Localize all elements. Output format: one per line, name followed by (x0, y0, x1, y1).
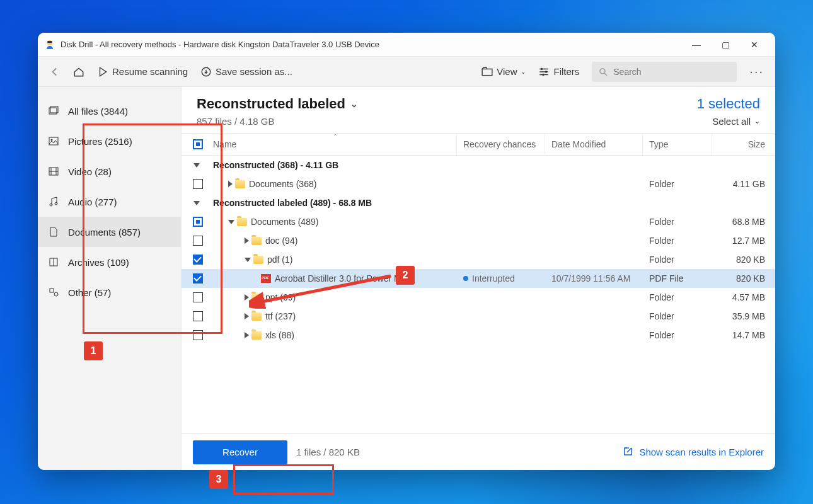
view-title-dropdown[interactable]: Reconstructed labeled⌄ (197, 96, 697, 112)
close-button[interactable]: ✕ (740, 35, 769, 54)
group-label: Reconstructed (368) - 4.11 GB (213, 160, 338, 170)
file-size: 820 KB (712, 250, 775, 269)
file-type: Folder (643, 288, 712, 307)
svg-point-5 (545, 71, 547, 72)
image-icon (48, 135, 59, 147)
file-name: pdf (1) (267, 255, 292, 265)
file-size: 68.8 MB (712, 212, 775, 231)
external-link-icon (623, 445, 634, 459)
view-label: View (497, 66, 517, 77)
expand-icon[interactable] (245, 258, 251, 262)
expand-icon[interactable] (228, 220, 234, 224)
save-session-button[interactable]: Save session as... (200, 66, 292, 77)
music-icon (48, 196, 59, 207)
filters-button[interactable]: Filters (538, 66, 579, 77)
shapes-icon (48, 287, 59, 298)
view-title: Reconstructed labeled (197, 96, 345, 112)
column-date[interactable]: Date Modified (545, 134, 643, 155)
toolbar: Resume scanning Save session as... View … (38, 57, 775, 87)
table-row[interactable]: ttf (237) Folder 35.9 MB (182, 307, 775, 326)
table-row[interactable]: xls (88) Folder 14.7 MB (182, 326, 775, 345)
view-dropdown[interactable]: View ⌄ (481, 66, 526, 77)
svg-point-7 (600, 69, 605, 74)
file-size: 4.11 GB (712, 175, 775, 193)
sort-indicator-icon: ⌃ (333, 133, 338, 140)
table-row[interactable]: Documents (489) Folder 68.8 MB (182, 212, 775, 231)
sidebar-item-all-files[interactable]: All files (3844) (38, 96, 181, 126)
svg-rect-3 (482, 69, 492, 75)
back-icon[interactable] (49, 66, 61, 77)
annotation-box-1 (83, 123, 222, 334)
svg-point-17 (54, 292, 58, 296)
window-controls: — ▢ ✕ (682, 35, 769, 54)
expand-icon[interactable] (245, 332, 249, 338)
svg-rect-16 (50, 289, 54, 292)
main-header: Reconstructed labeled⌄ 857 files / 4.18 … (182, 87, 775, 133)
search-icon (598, 66, 608, 77)
file-type: PDF File (643, 269, 712, 288)
svg-point-6 (543, 73, 545, 75)
show-in-explorer-link[interactable]: Show scan results in Explorer (623, 445, 764, 459)
table-row[interactable]: doc (94) Folder 12.7 MB (182, 231, 775, 250)
group-row[interactable]: Reconstructed (368) - 4.11 GB (182, 156, 775, 175)
folder-icon (253, 256, 263, 264)
file-size: 820 KB (712, 269, 775, 288)
titlebar: Disk Drill - All recovery methods - Hard… (38, 33, 775, 57)
minimize-button[interactable]: — (682, 35, 711, 54)
table-row[interactable]: pdf (1) Folder 820 KB (182, 250, 775, 269)
home-icon[interactable] (73, 66, 84, 77)
chevron-down-icon: ⌄ (521, 68, 526, 75)
file-size: 14.7 MB (712, 326, 775, 345)
select-all-dropdown[interactable]: Select all⌄ (697, 116, 760, 127)
archive-icon (48, 256, 59, 268)
footer-selection-info: 1 files / 820 KB (296, 447, 360, 457)
table-row[interactable]: Documents (368) Folder 4.11 GB (182, 175, 775, 193)
view-subtitle: 857 files / 4.18 GB (197, 116, 697, 127)
svg-line-18 (258, 276, 391, 302)
svg-rect-1 (47, 41, 52, 43)
group-label: Reconstructed labeled (489) - 68.8 MB (213, 198, 372, 208)
column-type[interactable]: Type (643, 134, 712, 155)
search-input[interactable] (613, 67, 730, 77)
resume-label: Resume scanning (112, 66, 188, 77)
status-dot-icon (463, 276, 468, 281)
search-box[interactable] (592, 62, 737, 82)
folder-icon (235, 180, 245, 188)
resume-scanning-button[interactable]: Resume scanning (97, 66, 188, 77)
file-name: doc (94) (265, 236, 297, 246)
annotation-badge-1: 1 (84, 341, 103, 360)
annotation-box-3 (233, 464, 334, 495)
expand-icon[interactable] (245, 238, 249, 244)
svg-rect-10 (49, 137, 58, 145)
expand-icon[interactable] (245, 294, 249, 301)
group-row[interactable]: Reconstructed labeled (489) - 68.8 MB (182, 193, 775, 212)
recovery-status: Interrupted (472, 273, 515, 284)
recover-button[interactable]: Recover (193, 440, 287, 464)
file-name: ttf (237) (265, 311, 296, 321)
file-date: 10/7/1999 11:56 AM (545, 269, 643, 288)
file-name: Documents (368) (249, 179, 316, 189)
more-button[interactable]: ··· (749, 64, 764, 79)
save-label: Save session as... (216, 66, 292, 77)
folder-icon (237, 218, 247, 226)
chevron-down-icon: ⌄ (754, 117, 760, 125)
file-type: Folder (643, 250, 712, 269)
film-icon (48, 166, 59, 177)
sliders-icon (538, 66, 550, 77)
table-header: Name⌃ Recovery chances Date Modified Typ… (182, 133, 775, 156)
column-name[interactable]: Name⌃ (209, 134, 457, 155)
expand-icon[interactable] (228, 181, 233, 187)
stack-icon (48, 105, 59, 117)
svg-point-4 (541, 67, 543, 69)
folder-icon (481, 66, 493, 77)
explorer-label: Show scan results in Explorer (639, 447, 764, 457)
column-size[interactable]: Size (712, 134, 775, 155)
expand-icon[interactable] (245, 313, 249, 319)
annotation-badge-2: 2 (396, 266, 415, 285)
file-size: 35.9 MB (712, 307, 775, 326)
play-icon (97, 66, 108, 77)
maximize-button[interactable]: ▢ (711, 35, 740, 54)
column-recovery[interactable]: Recovery chances (457, 134, 545, 155)
file-size: 4.57 MB (712, 288, 775, 307)
document-icon (48, 226, 59, 238)
